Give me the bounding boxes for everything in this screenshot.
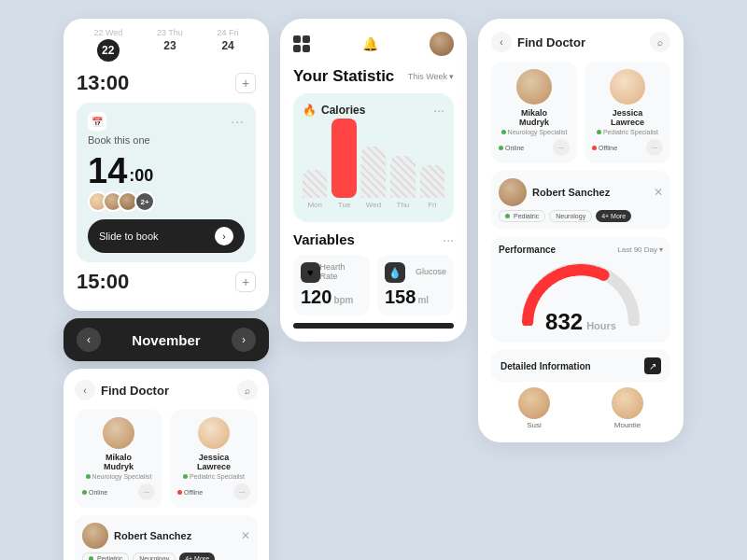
find-doctor-header: ‹ Find Doctor ⌕ [75, 380, 258, 400]
doctor-spec-1: Neurology Specialist [86, 473, 152, 480]
grid-cell-2 [303, 35, 310, 43]
heart-rate-value: 120 bpm [301, 287, 362, 308]
doctor-more-btn-1[interactable]: ··· [138, 483, 155, 500]
day-22[interactable]: 22 Wed 22 [93, 28, 122, 62]
prev-month-btn[interactable]: ‹ [77, 328, 101, 352]
grid-cell-3 [293, 45, 301, 52]
bar-mon: Mon [303, 170, 327, 209]
calories-menu-dots[interactable]: ··· [433, 103, 444, 118]
user-profile-avatar[interactable] [430, 32, 454, 56]
bottom-doc-mountie: Mountie [585, 387, 670, 429]
bar-fri-fill [420, 165, 444, 198]
right-doctor-card-2: JessicaLawrece Pediatric Specialist Offl… [585, 62, 670, 163]
tag-more: 4+ More [179, 553, 215, 560]
robert-close-btn[interactable]: ✕ [241, 529, 250, 542]
right-tag-more: 4+ More [596, 210, 631, 222]
offline-dot-2 [177, 490, 182, 495]
day-24[interactable]: 24 Fri 24 [218, 28, 239, 62]
bar-tue-fill [331, 119, 356, 198]
calories-text: Calories [321, 104, 365, 117]
day-row: 22 Wed 22 23 Thu 23 24 Fri 24 [77, 28, 256, 62]
bar-mon-label: Mon [307, 201, 322, 209]
doctor-status-1: Online [82, 489, 107, 496]
heart-rate-unit: bpm [333, 295, 353, 305]
calories-bar-chart: Mon Tue Wed Thu Fri [303, 125, 444, 209]
detail-arrow-btn[interactable]: ↗ [644, 357, 661, 374]
right-title: Find Doctor [517, 35, 644, 49]
booking-menu-dots[interactable]: ··· [231, 114, 245, 129]
right-tag-neurology: Neurology [549, 210, 592, 222]
variables-title: Variables [293, 231, 355, 247]
grid-menu-icon[interactable] [293, 35, 310, 52]
add-time-btn-1[interactable]: + [235, 73, 256, 93]
gauge-number: 832 [545, 309, 583, 335]
statistic-title: Your Statistic [293, 67, 394, 86]
glucose-card: 💧 Glucose 158 ml [377, 255, 454, 315]
booking-title: Book this one [88, 134, 245, 146]
find-doctor-back-btn[interactable]: ‹ [75, 380, 95, 400]
big-time-num: 14 [88, 151, 127, 191]
time-1500: 15:00 [77, 270, 129, 294]
week-period-selector[interactable]: This Week ▾ [408, 72, 454, 81]
add-time-btn-2[interactable]: + [235, 272, 256, 292]
calendar-strip: 22 Wed 22 23 Thu 23 24 Fri 24 13:00 + [63, 19, 269, 311]
heart-rate-label: Hearth Rate [320, 262, 362, 281]
robert-avatar [82, 523, 108, 549]
calories-header: 🔥 Calories ··· [303, 103, 444, 118]
right-robert-avatar [499, 178, 527, 206]
day-24-label: 24 Fri [218, 28, 239, 37]
next-month-btn[interactable]: › [232, 328, 256, 352]
bar-wed: Wed [361, 147, 386, 209]
right-doctor-more-2[interactable]: ··· [646, 139, 663, 156]
heart-rate-num: 120 [301, 287, 331, 308]
bottom-doctors-row: Susi Mountie [491, 387, 670, 429]
bar-thu-label: Thu [397, 201, 410, 209]
heart-icon: ♥ [301, 262, 320, 283]
variables-grid: ♥ Hearth Rate 120 bpm 💧 Glucose 158 [293, 255, 454, 315]
find-doctor-card: ‹ Find Doctor ⌕ MikaloMudryk Neurology S… [63, 369, 269, 560]
gauge-unit: Hours [586, 320, 616, 331]
calories-label: 🔥 Calories [303, 104, 365, 117]
doctor-name-2: JessicaLawrece [197, 453, 231, 471]
right-doctor-avatar-1 [516, 69, 552, 105]
bottom-doc-name-mountie: Mountie [614, 421, 641, 429]
right-spec-dot-1 [501, 130, 506, 134]
performance-period-selector[interactable]: Last 90 Day ▾ [617, 245, 663, 254]
right-doctors-list: MikaloMudryk Neurology Specialist Online… [491, 62, 670, 163]
find-doctor-search-btn[interactable]: ⌕ [237, 380, 258, 400]
right-doctor-more-1[interactable]: ··· [553, 139, 570, 156]
performance-title: Performance [499, 245, 556, 255]
glucose-label: Glucose [416, 267, 446, 276]
spec-dot-1 [86, 474, 91, 479]
doctor-more-btn-2[interactable]: ··· [233, 483, 250, 500]
robert-card: Robert Sanchez ✕ Pediatric Neurology 4+ … [75, 515, 258, 560]
doctor-spec-2: Pediatric Specialist [183, 473, 245, 480]
bar-wed-label: Wed [366, 201, 381, 209]
bottom-doc-name-susi: Susi [527, 421, 542, 429]
right-tag-dot [505, 214, 510, 218]
find-doctor-title: Find Doctor [101, 384, 232, 398]
bar-fri: Fri [420, 165, 444, 209]
detailed-info-row[interactable]: Detailed Information ↗ [491, 350, 670, 382]
grid-cell-1 [293, 35, 301, 43]
robert-tags: Pediatric Neurology 4+ More [82, 553, 250, 560]
right-search-btn[interactable]: ⌕ [650, 32, 670, 52]
right-doctor-name-2: JessicaLawrece [611, 108, 644, 127]
day-23[interactable]: 23 Thu 23 [157, 28, 183, 62]
time-1300: 13:00 [77, 71, 129, 95]
detail-label: Detailed Information [500, 361, 591, 371]
right-back-btn[interactable]: ‹ [491, 32, 512, 52]
notification-bell-icon[interactable]: 🔔 [362, 36, 378, 51]
bottom-doc-avatar-mountie [612, 387, 643, 419]
variables-section: Variables ··· ♥ Hearth Rate 120 bpm [293, 231, 454, 315]
slide-to-book-btn[interactable]: Slide to book › [88, 219, 245, 253]
booking-card: 📅 ··· Book this one 14 :00 2+ Slide to b… [77, 103, 256, 262]
bar-mon-fill [303, 170, 327, 198]
bar-tue: Tue [331, 119, 356, 209]
right-robert-close-btn[interactable]: ✕ [654, 186, 663, 199]
bar-tue-label: Tue [338, 201, 351, 209]
variables-menu-dots[interactable]: ··· [443, 232, 454, 247]
doctor-card-1: MikaloMudryk Neurology Specialist Online… [75, 410, 162, 508]
right-doctor-actions-2: Offline ··· [592, 139, 663, 156]
right-tag-pediatric: Pediatric [499, 210, 545, 222]
